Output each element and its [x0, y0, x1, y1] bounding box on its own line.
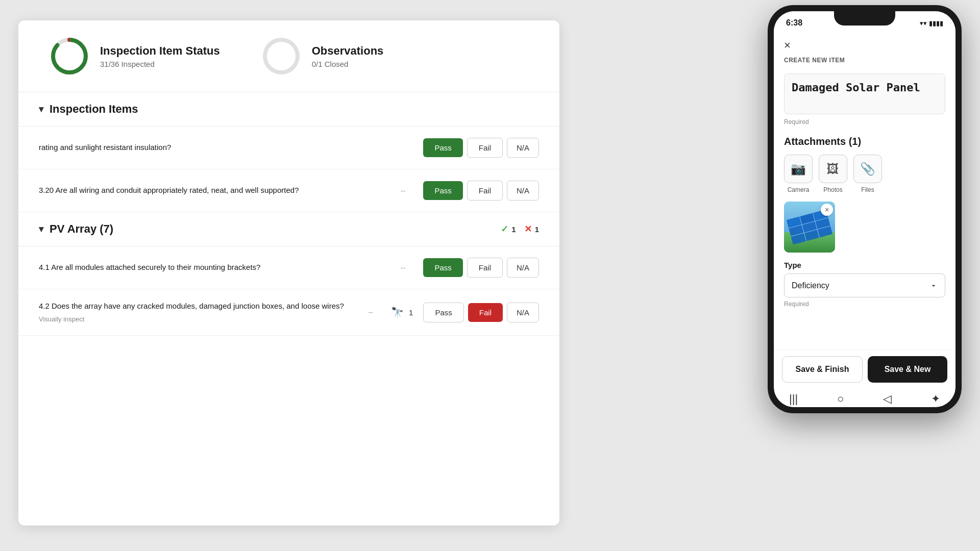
inspection-status-stat: Inspection Item Status 31/36 Inspected	[49, 36, 220, 77]
row-actions: Pass Fail N/A	[423, 303, 539, 322]
phone-footer: Save & Finish Save & New	[774, 349, 955, 391]
table-row: 3.20 Are all wiring and conduit appropri…	[18, 169, 559, 212]
phone-time: 6:38	[786, 18, 802, 28]
row-note: --	[393, 264, 413, 272]
pass-button[interactable]: Pass	[423, 303, 463, 322]
fail-count: ✕ 1	[524, 223, 539, 235]
home-recent-icon[interactable]: ◁	[883, 392, 892, 406]
row-question: 3.20 Are all wiring and conduit appropri…	[39, 185, 382, 196]
row-question: 4.2 Does the array have any cracked modu…	[39, 300, 350, 324]
attachment-options: 📷 Camera 🖼 Photos 📎 Files	[784, 155, 945, 193]
section-meta: ✓ 1 ✕ 1	[501, 223, 539, 235]
phone-notch	[834, 11, 895, 26]
pv-array-header[interactable]: ▾ PV Array (7) ✓ 1 ✕ 1	[18, 212, 559, 246]
observations-subtitle: 0/1 Closed	[312, 60, 384, 68]
observations-count: 🔭 1	[391, 306, 413, 318]
table-row: 4.1 Are all modules attached securely to…	[18, 246, 559, 289]
save-new-button[interactable]: Save & New	[868, 356, 947, 383]
na-button[interactable]: N/A	[507, 181, 539, 201]
observations-title: Observations	[312, 44, 384, 58]
svg-point-2	[53, 40, 86, 72]
files-icon: 📎	[860, 162, 875, 176]
na-button[interactable]: N/A	[507, 258, 539, 278]
home-back-icon[interactable]: |||	[789, 392, 798, 406]
pv-array-title: PV Array (7)	[50, 222, 113, 236]
phone-mockup: 6:38 ▾▾ ▮▮▮▮ × CREATE NEW ITEM Damaged S…	[768, 5, 962, 413]
modal-title: CREATE NEW ITEM	[784, 57, 845, 64]
type-label: Type	[784, 261, 945, 269]
check-icon: ✓	[501, 223, 508, 235]
photos-icon: 🖼	[827, 162, 839, 176]
chevron-down-icon: ▾	[39, 223, 43, 235]
row-question: 4.1 Are all modules attached securely to…	[39, 262, 382, 273]
observations-donut-chart	[261, 36, 302, 77]
table-row: rating and sunlight resistant insulation…	[18, 127, 559, 169]
x-icon: ✕	[524, 223, 532, 235]
observations-stat: Observations 0/1 Closed	[261, 36, 384, 77]
fail-button[interactable]: Fail	[467, 258, 503, 278]
inspection-items-header[interactable]: ▾ Inspection Items	[18, 92, 559, 127]
photos-option[interactable]: 🖼 Photos	[819, 155, 847, 193]
phone-status-icons: ▾▾ ▮▮▮▮	[920, 19, 943, 27]
row-note: --	[360, 308, 381, 316]
pass-count: ✓ 1	[501, 223, 516, 235]
photos-icon-box: 🖼	[819, 155, 847, 183]
photos-label: Photos	[823, 186, 842, 193]
item-title-input[interactable]: Damaged Solar Panel	[784, 73, 945, 114]
camera-label: Camera	[788, 186, 810, 193]
files-option[interactable]: 📎 Files	[853, 155, 882, 193]
phone-home-bar: ||| ○ ◁ ✦	[774, 391, 955, 407]
stats-bar: Inspection Item Status 31/36 Inspected O…	[18, 20, 559, 92]
row-actions: Pass Fail N/A	[423, 258, 539, 278]
camera-option[interactable]: 📷 Camera	[784, 155, 813, 193]
remove-attachment-button[interactable]: ×	[821, 204, 833, 216]
modal-header: ×	[784, 40, 945, 51]
observations-text: Observations 0/1 Closed	[312, 44, 384, 68]
type-select[interactable]: Deficiency Observation Note	[784, 273, 945, 297]
accessibility-icon[interactable]: ✦	[931, 392, 940, 406]
desktop-panel: Inspection Item Status 31/36 Inspected O…	[18, 20, 559, 525]
inspection-donut-chart	[49, 36, 90, 77]
files-icon-box: 📎	[853, 155, 882, 183]
camera-icon-box: 📷	[784, 155, 813, 183]
pass-button[interactable]: Pass	[423, 258, 462, 277]
phone-notch-area: 6:38 ▾▾ ▮▮▮▮	[774, 11, 955, 32]
close-button[interactable]: ×	[784, 40, 791, 51]
row-sub: Visually inspect	[39, 314, 350, 324]
camera-icon: 📷	[791, 162, 806, 176]
binoculars-icon: 🔭	[391, 306, 404, 318]
save-finish-button[interactable]: Save & Finish	[782, 356, 863, 383]
attachment-thumbnail: ×	[784, 202, 835, 253]
phone-screen: 6:38 ▾▾ ▮▮▮▮ × CREATE NEW ITEM Damaged S…	[774, 11, 955, 407]
inspection-status-title: Inspection Item Status	[100, 44, 220, 58]
inspection-items-title: Inspection Items	[50, 103, 138, 116]
chevron-down-icon: ▾	[39, 104, 43, 115]
phone-modal-content: × CREATE NEW ITEM Damaged Solar Panel Re…	[774, 32, 955, 349]
type-required-label: Required	[784, 300, 945, 308]
na-button[interactable]: N/A	[507, 303, 539, 322]
row-question: rating and sunlight resistant insulation…	[39, 142, 413, 154]
na-button[interactable]: N/A	[507, 138, 539, 158]
row-note: --	[393, 187, 413, 195]
inspection-status-subtitle: 31/36 Inspected	[100, 60, 220, 68]
row-actions: Pass Fail N/A	[423, 138, 539, 158]
inspection-status-text: Inspection Item Status 31/36 Inspected	[100, 44, 220, 68]
table-row: 4.2 Does the array have any cracked modu…	[18, 289, 559, 336]
files-label: Files	[861, 186, 874, 193]
fail-button[interactable]: Fail	[467, 138, 503, 158]
pass-button[interactable]: Pass	[423, 138, 462, 157]
attachments-header: Attachments (1)	[784, 136, 945, 147]
svg-point-3	[265, 40, 298, 72]
row-actions: Pass Fail N/A	[423, 181, 539, 201]
home-button[interactable]: ○	[837, 392, 844, 406]
pass-button[interactable]: Pass	[423, 181, 462, 200]
required-label: Required	[784, 118, 945, 126]
fail-button[interactable]: Fail	[467, 181, 503, 201]
fail-button-active[interactable]: Fail	[468, 303, 503, 322]
